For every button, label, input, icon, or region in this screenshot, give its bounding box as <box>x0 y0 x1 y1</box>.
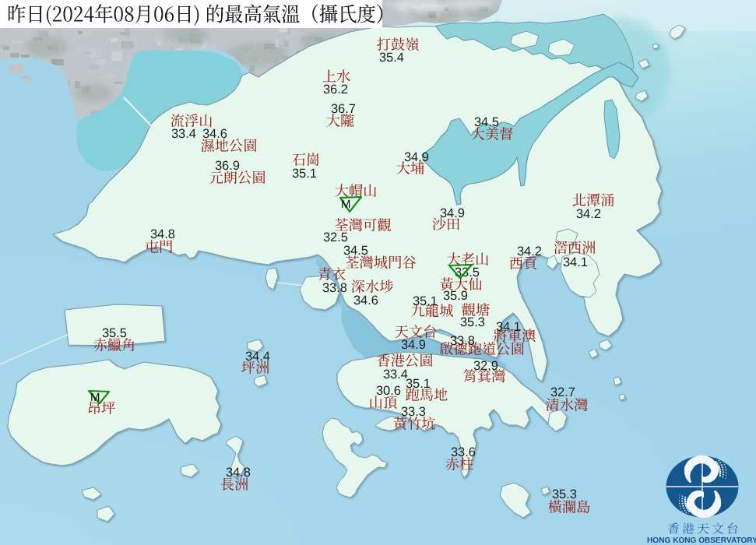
svg-text:34.8: 34.8 <box>226 466 251 480</box>
svg-text:32.7: 32.7 <box>550 385 575 399</box>
svg-text:35.3: 35.3 <box>552 487 577 501</box>
svg-text:34.5: 34.5 <box>474 115 499 129</box>
svg-text:34.9: 34.9 <box>404 150 429 164</box>
svg-text:35.1: 35.1 <box>406 377 431 391</box>
svg-text:33.3: 33.3 <box>401 405 426 419</box>
svg-text:35.4: 35.4 <box>379 51 404 65</box>
svg-text:34.1: 34.1 <box>563 255 588 269</box>
svg-text:34.9: 34.9 <box>401 338 426 352</box>
svg-text:36.7: 36.7 <box>331 102 356 116</box>
svg-text:34.8: 34.8 <box>150 227 175 241</box>
svg-text:34.6: 34.6 <box>353 294 378 308</box>
svg-text:34.6: 34.6 <box>202 127 227 141</box>
svg-text:34.5: 34.5 <box>343 244 368 258</box>
svg-text:M: M <box>341 198 351 211</box>
svg-text:36.9: 36.9 <box>215 159 240 173</box>
svg-text:HONG KONG OBSERVATORY: HONG KONG OBSERVATORY <box>647 536 756 545</box>
svg-text:33.6: 33.6 <box>451 445 476 459</box>
svg-text:34.2: 34.2 <box>517 244 542 258</box>
svg-text:33.4: 33.4 <box>171 127 196 141</box>
svg-text:34.2: 34.2 <box>576 207 601 221</box>
svg-text:33.4: 33.4 <box>383 367 408 382</box>
svg-text:M: M <box>90 391 100 404</box>
svg-text:35.1: 35.1 <box>292 167 317 181</box>
svg-text:33.8: 33.8 <box>322 281 347 295</box>
svg-text:35.5: 35.5 <box>102 326 127 340</box>
svg-text:30.6: 30.6 <box>376 384 401 398</box>
svg-text:35.3: 35.3 <box>460 315 485 329</box>
svg-text:34.9: 34.9 <box>440 206 465 220</box>
svg-text:32.5: 32.5 <box>323 230 348 244</box>
svg-text:36.2: 36.2 <box>323 83 348 97</box>
svg-text:35.9: 35.9 <box>443 289 468 303</box>
